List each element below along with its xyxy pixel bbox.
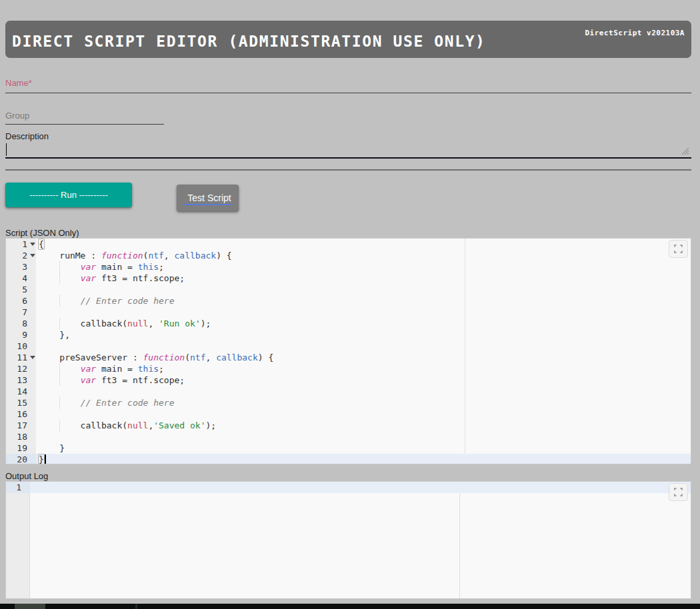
- group-input[interactable]: [5, 121, 164, 125]
- code-text: }: [36, 442, 691, 454]
- code-text: // Enter code here: [36, 295, 691, 306]
- code-line-5[interactable]: 5: [6, 284, 691, 295]
- line-number: 5: [6, 284, 36, 295]
- code-line-6[interactable]: 6 // Enter code here: [6, 295, 691, 306]
- fullscreen-button[interactable]: [669, 483, 688, 501]
- line-number: 13: [6, 374, 36, 386]
- indent-guide: [59, 397, 60, 408]
- code-line-1[interactable]: 1: [6, 482, 691, 493]
- fullscreen-icon: [674, 488, 683, 496]
- taskbar-segment: [15, 604, 45, 609]
- indent-guide: [59, 295, 60, 306]
- code-line-10[interactable]: 10: [6, 340, 691, 352]
- code-line-13[interactable]: 13 var ft3 = ntf.scope;: [6, 374, 691, 386]
- fold-arrow-icon[interactable]: [30, 254, 35, 257]
- code-text: [30, 482, 691, 493]
- name-label: Name*: [5, 78, 691, 88]
- indent-guide: [59, 420, 60, 431]
- code-line-19[interactable]: 19 }: [6, 442, 691, 454]
- code-text: // Enter code here: [36, 397, 691, 408]
- code-text: var main = this;: [36, 363, 691, 374]
- line-number: 2: [6, 250, 36, 261]
- fold-arrow-icon[interactable]: [30, 243, 35, 246]
- line-number: 7: [6, 306, 36, 318]
- page-content: DIRECT SCRIPT EDITOR (ADMINISTRATION USE…: [5, 21, 691, 599]
- action-bar: ---------- Run ---------- Test Script: [5, 183, 691, 211]
- code-line-14[interactable]: 14: [6, 386, 691, 397]
- line-number: 20: [6, 454, 36, 464]
- name-field: Name*: [5, 78, 691, 93]
- code-text: }: [36, 454, 691, 464]
- indent-guide: [59, 273, 60, 284]
- description-label: Description: [5, 131, 691, 141]
- line-number: 10: [6, 340, 36, 352]
- line-number: 14: [6, 386, 36, 397]
- name-input[interactable]: [5, 89, 691, 93]
- line-number: 18: [6, 431, 36, 442]
- fullscreen-icon: [674, 245, 683, 253]
- code-line-11[interactable]: 11 preSaveServer : function(ntf, callbac…: [6, 352, 691, 363]
- code-line-18[interactable]: 18: [6, 431, 691, 442]
- code-text: [36, 340, 691, 352]
- taskbar: [0, 604, 700, 609]
- code-line-15[interactable]: 15 // Enter code here: [6, 397, 691, 408]
- code-text: [36, 306, 691, 318]
- code-text: var ft3 = ntf.scope;: [36, 374, 691, 386]
- fold-arrow-icon[interactable]: [30, 356, 35, 359]
- line-number: 19: [6, 442, 36, 454]
- code-line-3[interactable]: 3 var main = this;: [6, 261, 691, 273]
- run-button[interactable]: ---------- Run ----------: [5, 183, 132, 207]
- code-line-1[interactable]: 1{: [6, 239, 691, 250]
- indent-guide: [59, 374, 60, 386]
- code-line-7[interactable]: 7: [6, 306, 691, 318]
- code-text: [36, 386, 691, 397]
- test-script-label: Test Script: [183, 193, 231, 205]
- app-header: DIRECT SCRIPT EDITOR (ADMINISTRATION USE…: [5, 21, 691, 58]
- code-text: preSaveServer : function(ntf, callback) …: [36, 352, 691, 363]
- test-script-button[interactable]: Test Script: [177, 185, 239, 211]
- script-editor-label: Script (JSON Only): [5, 228, 691, 238]
- script-editor[interactable]: 1{2 runMe : function(ntf, callback) {3 v…: [5, 238, 691, 464]
- editor-gutter: [6, 482, 30, 598]
- code-text: },: [36, 329, 691, 340]
- code-line-2[interactable]: 2 runMe : function(ntf, callback) {: [6, 250, 691, 261]
- output-log-editor[interactable]: 1: [5, 481, 691, 599]
- line-number: 16: [6, 408, 36, 420]
- indent-guide: [59, 261, 60, 273]
- code-line-9[interactable]: 9 },: [6, 329, 691, 340]
- code-text: [36, 284, 691, 295]
- code-line-16[interactable]: 16: [6, 408, 691, 420]
- text-cursor: [6, 143, 7, 156]
- resize-grip-icon[interactable]: [681, 147, 689, 155]
- line-number: 15: [6, 397, 36, 408]
- line-number: 12: [6, 363, 36, 374]
- line-number: 1: [6, 239, 36, 250]
- description-field: Description: [5, 131, 691, 159]
- editor-lines: 1: [6, 482, 691, 493]
- line-number: 17: [6, 420, 36, 431]
- line-number: 4: [6, 273, 36, 284]
- code-line-8[interactable]: 8 callback(null, 'Run ok');: [6, 318, 691, 329]
- print-margin-line: [459, 482, 460, 598]
- line-number: 3: [6, 261, 36, 273]
- code-text: {: [36, 239, 691, 250]
- divider: [5, 169, 691, 171]
- editor-lines: 1{2 runMe : function(ntf, callback) {3 v…: [6, 239, 691, 464]
- group-field: Group: [5, 111, 691, 125]
- indent-guide: [59, 363, 60, 374]
- line-number: 6: [6, 295, 36, 306]
- code-text: var ft3 = ntf.scope;: [36, 273, 691, 284]
- code-line-12[interactable]: 12 var main = this;: [6, 363, 691, 374]
- code-line-20[interactable]: 20}: [6, 454, 691, 464]
- code-text: var main = this;: [36, 261, 691, 273]
- code-text: [36, 431, 691, 442]
- output-log-label: Output Log: [5, 471, 691, 481]
- code-line-4[interactable]: 4 var ft3 = ntf.scope;: [6, 273, 691, 284]
- indent-guide: [59, 318, 60, 329]
- line-number: 1: [6, 482, 30, 493]
- fullscreen-button[interactable]: [669, 240, 688, 258]
- description-textarea[interactable]: [5, 142, 691, 159]
- line-number: 11: [6, 352, 36, 363]
- code-text: callback(null,'Saved ok');: [36, 420, 691, 431]
- code-line-17[interactable]: 17 callback(null,'Saved ok');: [6, 420, 691, 431]
